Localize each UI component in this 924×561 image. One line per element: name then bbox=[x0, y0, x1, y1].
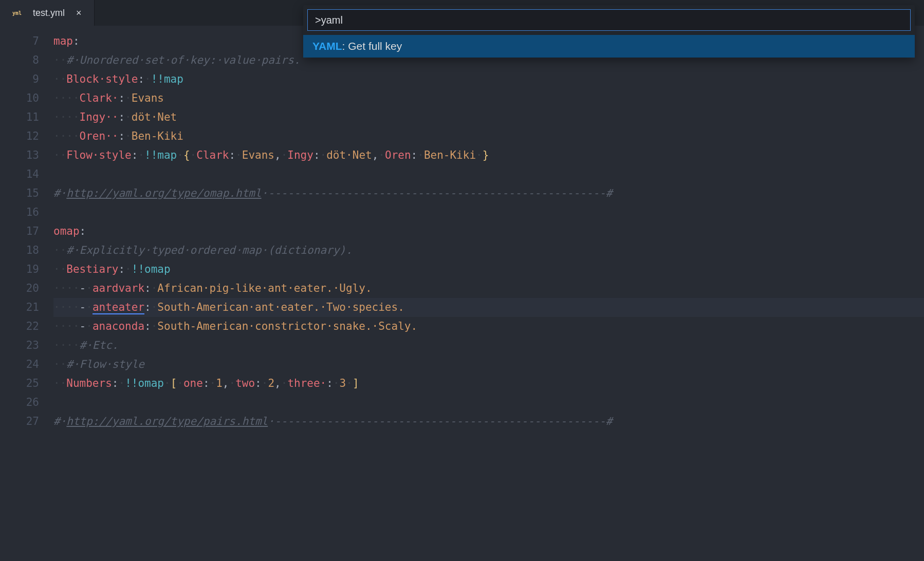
code-token: ···· bbox=[53, 111, 80, 123]
editor-tab[interactable]: yml test.yml × bbox=[0, 0, 95, 26]
code-token: http://yaml.org/type/pairs.html bbox=[66, 415, 268, 427]
code-token: : bbox=[73, 35, 80, 47]
code-token: Clark bbox=[196, 149, 229, 161]
code-token: !!map bbox=[144, 149, 177, 161]
code-token: · bbox=[262, 377, 268, 389]
code-line[interactable]: ····Oren··:·Ben-Kiki bbox=[53, 127, 924, 146]
code-line[interactable]: ····-·aardvark:·African·pig-like·ant·eat… bbox=[53, 279, 924, 298]
code-line[interactable]: ····-·anaconda:·South-American·constrict… bbox=[53, 317, 924, 336]
code-token: ·· bbox=[53, 54, 66, 66]
code-line[interactable]: ··#·Flow·style bbox=[53, 355, 924, 374]
editor-area[interactable]: 789101112131415161718192021222324252627 … bbox=[0, 26, 924, 561]
code-token: : bbox=[118, 92, 125, 104]
code-token: ···· bbox=[53, 130, 80, 142]
code-token: anaconda bbox=[93, 320, 144, 332]
code-token: map bbox=[53, 35, 73, 47]
code-token: : bbox=[138, 73, 144, 85]
line-number: 14 bbox=[0, 165, 39, 184]
code-token: , bbox=[223, 377, 229, 389]
code-line[interactable]: ··Bestiary:·!!omap bbox=[53, 260, 924, 279]
code-line[interactable] bbox=[53, 165, 924, 184]
code-token: · bbox=[177, 149, 183, 161]
code-token: Ben-Kiki bbox=[132, 130, 183, 142]
code-line[interactable]: ····#·Etc. bbox=[53, 336, 924, 355]
code-token: · bbox=[210, 377, 216, 389]
code-token: two bbox=[235, 377, 255, 389]
line-number: 12 bbox=[0, 127, 39, 146]
code-token: döt·Net bbox=[326, 149, 372, 161]
code-token: · bbox=[476, 149, 483, 161]
code-token: · bbox=[86, 282, 93, 294]
code-token: · bbox=[118, 377, 125, 389]
code-token: #·Flow·style bbox=[66, 358, 144, 370]
line-number: 10 bbox=[0, 89, 39, 108]
code-token: ···· bbox=[53, 320, 80, 332]
code-token: ···· bbox=[53, 301, 80, 313]
code-token: : bbox=[118, 130, 125, 142]
code-token: !!map bbox=[151, 73, 183, 85]
code-token: Oren·· bbox=[80, 130, 119, 142]
code-token: #· bbox=[53, 187, 66, 199]
code-token: [ bbox=[171, 377, 177, 389]
code-line[interactable]: ····Ingy··:·döt·Net bbox=[53, 108, 924, 127]
code-line[interactable]: ··Flow·style:·!!map·{·Clark:·Evans,·Ingy… bbox=[53, 146, 924, 165]
code-line[interactable] bbox=[53, 203, 924, 222]
code-token: , bbox=[274, 149, 281, 161]
code-token: 2 bbox=[268, 377, 274, 389]
line-number: 8 bbox=[0, 51, 39, 70]
code-token: #·Unordered·set·of·key:·value·pairs. bbox=[66, 54, 300, 66]
code-line[interactable]: ····Clark·:·Evans bbox=[53, 89, 924, 108]
line-number: 15 bbox=[0, 184, 39, 203]
code-token: · bbox=[144, 73, 151, 85]
code-line[interactable]: #·http://yaml.org/type/omap.html·-------… bbox=[53, 184, 924, 203]
code-line[interactable]: ··Block·style:·!!map bbox=[53, 70, 924, 89]
command-palette: YAML: Get full key bbox=[303, 5, 915, 58]
code-token: Flow·style bbox=[66, 149, 131, 161]
code-line[interactable]: ····-·anteater:·South-American·ant·eater… bbox=[53, 298, 924, 317]
code-line[interactable]: omap: bbox=[53, 222, 924, 241]
code-token: South-American·ant·eater.·Two·species. bbox=[157, 301, 404, 313]
code-token: - bbox=[80, 320, 86, 332]
code-line[interactable]: ··Numbers:·!!omap·[·one:·1,·two:·2,·thre… bbox=[53, 374, 924, 393]
code-token: : bbox=[132, 149, 138, 161]
code-token: · bbox=[151, 282, 158, 294]
code-token: · bbox=[151, 301, 158, 313]
code-token: omap bbox=[53, 225, 80, 237]
code-line[interactable]: ··#·Explicitly·typed·ordered·map·(dictio… bbox=[53, 241, 924, 260]
command-palette-input[interactable] bbox=[307, 9, 911, 31]
code-token: #·Explicitly·typed·ordered·map·(dictiona… bbox=[66, 244, 352, 256]
code-token: one bbox=[183, 377, 203, 389]
code-token: #· bbox=[53, 415, 66, 427]
code-token: · bbox=[125, 130, 132, 142]
code-token: · bbox=[281, 149, 288, 161]
code-token: · bbox=[417, 149, 424, 161]
palette-result-rest: : Get full key bbox=[342, 40, 402, 52]
line-number: 22 bbox=[0, 317, 39, 336]
code-token: South-American·constrictor·snake.·Scaly. bbox=[157, 320, 417, 332]
code-token: · bbox=[235, 149, 242, 161]
code-token: : bbox=[313, 149, 320, 161]
code-token: ·---------------------------------------… bbox=[268, 415, 612, 427]
code-token: : bbox=[229, 149, 235, 161]
code-token: : bbox=[144, 320, 151, 332]
code-content[interactable]: map:··#·Unordered·set·of·key:·value·pair… bbox=[53, 32, 924, 561]
code-token: : bbox=[112, 377, 119, 389]
code-token: Evans bbox=[132, 92, 164, 104]
code-line[interactable] bbox=[53, 393, 924, 412]
line-number: 16 bbox=[0, 203, 39, 222]
code-token: · bbox=[281, 377, 288, 389]
code-token: ·· bbox=[53, 358, 66, 370]
code-token: } bbox=[483, 149, 489, 161]
code-token: : bbox=[118, 263, 125, 275]
code-token: · bbox=[378, 149, 385, 161]
code-token: ·· bbox=[53, 149, 66, 161]
close-icon[interactable]: × bbox=[73, 8, 85, 18]
code-token: döt·Net bbox=[132, 111, 177, 123]
tab-title: test.yml bbox=[33, 8, 65, 18]
line-number: 25 bbox=[0, 374, 39, 393]
command-palette-result[interactable]: YAML: Get full key bbox=[303, 35, 915, 58]
code-token: #·Etc. bbox=[80, 339, 119, 351]
code-line[interactable]: #·http://yaml.org/type/pairs.html·------… bbox=[53, 412, 924, 431]
line-number: 24 bbox=[0, 355, 39, 374]
code-token: : bbox=[80, 225, 86, 237]
